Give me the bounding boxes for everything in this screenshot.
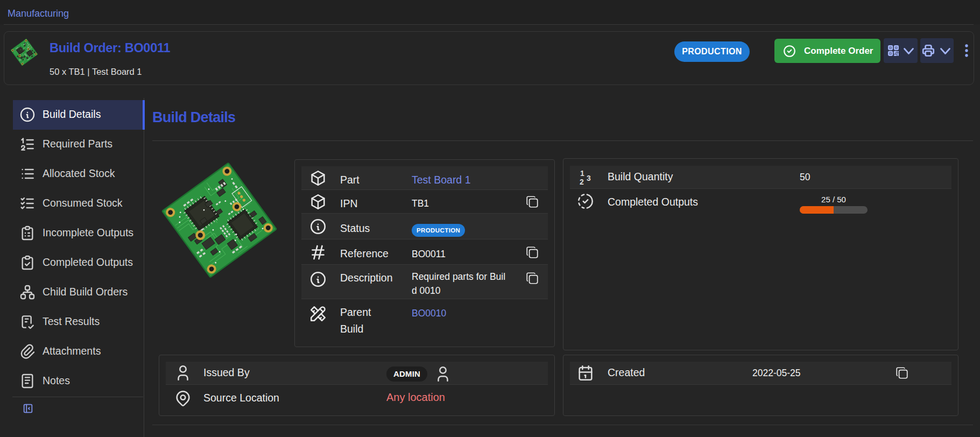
svg-text:3: 3 (587, 174, 591, 182)
svg-text:2: 2 (580, 178, 584, 186)
svg-text:1: 1 (580, 169, 584, 178)
